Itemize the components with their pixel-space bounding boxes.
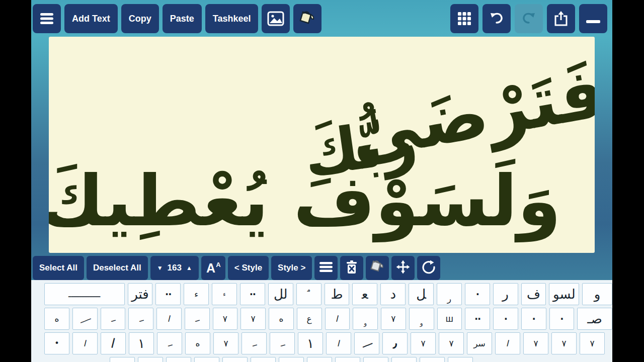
fill-color-button[interactable] [293, 4, 321, 33]
glyph-key[interactable]: ــ [157, 332, 182, 354]
glyph-key[interactable]: و [582, 283, 612, 305]
add-text-button[interactable]: Add Text [64, 4, 118, 33]
glyph-key[interactable]: ر [493, 283, 518, 305]
glyph-key[interactable]: ٧ [213, 308, 238, 330]
calligraphy-word[interactable]: وَلَسَوْفَ يُعْطِيكَ [49, 158, 561, 243]
glyph-key[interactable]: ه [269, 308, 294, 330]
glyph-key[interactable]: ف [521, 283, 546, 305]
glyph-key[interactable]: صـ [577, 308, 612, 330]
glyph-key[interactable] [391, 357, 417, 362]
glyph-key[interactable]: ٧ [240, 308, 266, 330]
select-all-button[interactable]: Select All [33, 256, 84, 280]
glyph-key[interactable]: د [380, 283, 406, 305]
glyph-key[interactable]: · [465, 283, 490, 305]
glyph-key[interactable]: • [44, 332, 69, 354]
glyph-key[interactable]: ﻞ [409, 283, 434, 305]
delete-button[interactable] [340, 256, 363, 280]
glyph-key[interactable]: ل [251, 357, 276, 362]
glyph-key[interactable]: ط [325, 283, 350, 305]
glyph-key[interactable]: ﻌ [352, 283, 377, 305]
glyph-key[interactable] [194, 357, 219, 362]
glyph-key[interactable]: ﻣ [296, 283, 321, 305]
glyph-key[interactable]: ا [495, 332, 520, 354]
calligraphy-canvas[interactable]: وَلَسَوْفَ يُعْطِيكَ رَبُّكَ فَتَرْضَىٰ [49, 37, 595, 253]
glyph-key[interactable]: ــــ [354, 332, 379, 354]
glyph-key[interactable] [448, 357, 473, 362]
glyph-key[interactable]: ٧ [580, 332, 605, 354]
glyph-key[interactable]: ا [325, 308, 350, 330]
glyph-key[interactable]: ــــــــــــ [44, 283, 125, 305]
share-button[interactable] [547, 4, 575, 33]
tashkeel-button[interactable]: Tashkeel [205, 4, 259, 33]
glyph-key[interactable]: ٧ [551, 332, 577, 354]
undo-button[interactable] [482, 4, 511, 33]
glyph-key[interactable]: ·· [240, 283, 265, 305]
glyph-key[interactable]: ــ [242, 332, 267, 354]
glyph-key[interactable]: ــ [270, 332, 295, 354]
grid-button[interactable] [450, 4, 478, 33]
glyph-key[interactable]: ــ [101, 308, 126, 330]
glyph-key[interactable]: ا [326, 332, 351, 354]
glyph-key[interactable]: ل [222, 357, 248, 362]
glyph-key[interactable]: ل [110, 357, 135, 362]
glyph-key[interactable]: ء [184, 283, 209, 305]
glyph-key[interactable]: ء [212, 283, 237, 305]
glyph-key[interactable] [363, 357, 388, 362]
glyph-key[interactable]: ٧ [213, 332, 238, 354]
paste-button[interactable]: Paste [163, 4, 202, 33]
glyph-key[interactable] [307, 357, 332, 362]
glyph: ﻞ [416, 288, 426, 301]
rotate-button[interactable] [417, 256, 440, 280]
redo-button[interactable] [515, 4, 543, 33]
style-prev-button[interactable]: < Style [228, 256, 269, 280]
minimize-button[interactable] [579, 4, 607, 33]
glyph-key[interactable]: ·· [465, 308, 490, 330]
glyph-key[interactable]: ٧ [411, 332, 436, 354]
glyph-key[interactable] [335, 357, 360, 362]
glyph-key[interactable]: ع [297, 308, 322, 330]
glyph-key[interactable]: ا [72, 332, 98, 354]
glyph-key[interactable]: ٧ [381, 308, 406, 330]
glyph-key[interactable]: · [493, 308, 518, 330]
copy-button[interactable]: Copy [121, 4, 159, 33]
glyph-key[interactable] [166, 357, 191, 362]
deselect-all-button[interactable]: Deselect All [87, 256, 148, 280]
glyph-key[interactable]: ل [420, 357, 445, 362]
glyph-key[interactable]: ــ [128, 308, 153, 330]
glyph-key[interactable]: ٧ [439, 332, 464, 354]
style-next-button[interactable]: Style > [271, 256, 312, 280]
font-size-button[interactable]: AA [201, 256, 225, 280]
glyph-key[interactable]: · [549, 308, 575, 330]
size-increase-arrow[interactable]: ▲ [186, 264, 192, 272]
glyph-key[interactable]: و [353, 308, 378, 330]
glyph-key[interactable]: ·· [155, 283, 181, 305]
glyph-key[interactable]: ٫ [382, 332, 408, 354]
glyph-menu-button[interactable] [314, 256, 338, 280]
glyph-key[interactable]: ر [437, 283, 462, 305]
glyph-key[interactable]: و [409, 308, 434, 330]
glyph-key[interactable]: ٧ [523, 332, 548, 354]
glyph-key[interactable]: سر [467, 332, 492, 354]
glyph-key[interactable]: ш [437, 308, 462, 330]
glyph-key[interactable]: ا [156, 308, 182, 330]
glyph-key[interactable]: ــ [185, 308, 210, 330]
size-stepper[interactable]: ▼ 163 ▲ [150, 256, 199, 280]
size-decrease-arrow[interactable]: ▼ [157, 264, 163, 272]
glyph-key[interactable]: · [521, 308, 546, 330]
glyph-key[interactable]: ا [138, 357, 163, 362]
glyph-key[interactable]: ا [101, 332, 126, 354]
glyph-key[interactable]: ١ [129, 332, 154, 354]
glyph-key[interactable]: لل [268, 283, 293, 305]
glyph-key[interactable]: ـــــ [72, 308, 98, 330]
glyph-key[interactable]: ه [44, 308, 69, 330]
insert-image-button[interactable] [262, 4, 290, 33]
glyph-key[interactable]: ١ [298, 332, 323, 354]
glyph-key[interactable]: فتر [128, 283, 153, 305]
menu-button[interactable] [33, 4, 61, 33]
glyph-key[interactable]: ه [185, 332, 210, 354]
glyph-key[interactable]: لسو [549, 283, 579, 305]
calligraphy-word[interactable]: فَتَرْضَىٰ [343, 50, 595, 176]
glyph-key[interactable] [279, 357, 304, 362]
fill-color-button-2[interactable] [366, 256, 389, 280]
move-button[interactable] [391, 256, 415, 280]
